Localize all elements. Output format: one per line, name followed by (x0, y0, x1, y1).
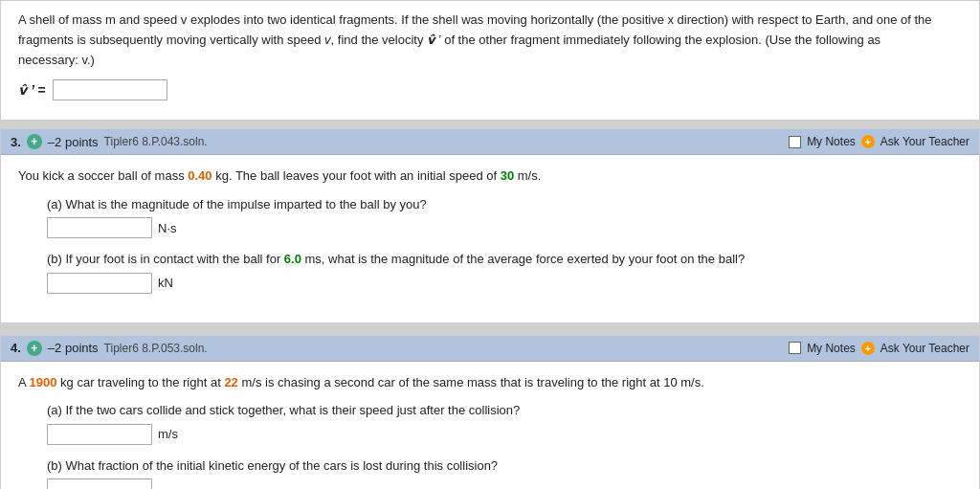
q3-part-a-text: (a) What is the magnitude of the impulse… (47, 195, 962, 214)
question-4-problem-id: Tipler6 8.P.053.soln. (104, 342, 208, 355)
question-4-part-b: (b) What fraction of the initial kinetic… (47, 456, 962, 489)
question-3-number: 3. (11, 135, 21, 149)
ask-teacher-button-4[interactable]: Ask Your Teacher (880, 342, 969, 355)
question-3-content: You kick a soccer ball of mass 0.40 kg. … (1, 155, 979, 322)
question-3-part-a: (a) What is the magnitude of the impulse… (47, 195, 962, 239)
question-3-text: You kick a soccer ball of mass 0.40 kg. … (18, 167, 962, 186)
q3-part-b-input[interactable] (47, 273, 152, 294)
question-3-plus-icon[interactable]: + (27, 134, 42, 149)
q4-part-b-input-row (47, 478, 962, 489)
notes-button-4[interactable]: My Notes (807, 342, 856, 355)
question-4-content: A 1900 kg car traveling to the right at … (1, 362, 979, 489)
ask-teacher-plus-icon-4: + (861, 342, 875, 355)
partial-question-text: A shell of mass m and speed v explodes i… (18, 11, 962, 70)
question-3-header-left: 3. + –2 points Tipler6 8.P.043.soln. (11, 134, 208, 149)
ask-teacher-button-3[interactable]: Ask Your Teacher (880, 135, 969, 148)
q3-part-b-text: (b) If your foot is in contact with the … (47, 250, 962, 269)
q4-part-a-input[interactable] (47, 424, 152, 445)
question-4-number: 4. (11, 341, 21, 355)
question-4-header: 4. + –2 points Tipler6 8.P.053.soln. My … (1, 336, 979, 362)
q3-part-a-input-row: N·s (47, 217, 962, 238)
vec-label: v̂ ’ = (18, 82, 45, 98)
question-4-part-a: (a) If the two cars collide and stick to… (47, 401, 962, 445)
q4-speed-highlight: 22 (224, 375, 237, 389)
q4-part-a-input-row: m/s (47, 424, 962, 445)
question-3-block: 3. + –2 points Tipler6 8.P.043.soln. My … (0, 128, 980, 323)
q3-part-b-input-row: kN (47, 273, 962, 294)
question-4-block: 4. + –2 points Tipler6 8.P.053.soln. My … (0, 335, 980, 489)
partial-line3: necessary: v.) (18, 53, 95, 67)
question-4-plus-icon[interactable]: + (27, 341, 42, 356)
notes-checkbox-4[interactable] (789, 342, 801, 354)
question-4-header-left: 4. + –2 points Tipler6 8.P.053.soln. (11, 341, 208, 356)
partial-line2: fragments is subsequently moving vertica… (18, 33, 880, 47)
partial-line1: A shell of mass m and speed v explodes i… (18, 12, 932, 27)
question-3-points: –2 points (48, 135, 99, 149)
q4-part-b-text: (b) What fraction of the initial kinetic… (47, 456, 962, 476)
question-4-text: A 1900 kg car traveling to the right at … (18, 373, 962, 392)
notes-button-3[interactable]: My Notes (807, 135, 856, 148)
page-wrapper: A shell of mass m and speed v explodes i… (0, 0, 980, 489)
notes-checkbox-3[interactable] (789, 136, 801, 148)
q4-part-a-text: (a) If the two cars collide and stick to… (47, 401, 962, 420)
q4-mass-highlight: 1900 (30, 375, 57, 389)
question-3-header: 3. + –2 points Tipler6 8.P.043.soln. My … (1, 129, 979, 155)
q4-part-a-unit: m/s (158, 427, 178, 441)
q3-part-a-input[interactable] (47, 217, 152, 238)
question-3-problem-id: Tipler6 8.P.043.soln. (104, 135, 208, 148)
question-3-header-right: My Notes + Ask Your Teacher (789, 135, 969, 148)
q3-part-a-unit: N·s (158, 221, 177, 235)
q3-time-highlight: 6.0 (284, 252, 301, 266)
question-3-part-b: (b) If your foot is in contact with the … (47, 250, 962, 294)
question-4-header-right: My Notes + Ask Your Teacher (789, 342, 969, 355)
q3-part-b-unit: kN (158, 276, 173, 290)
q3-mass-highlight: 0.40 (188, 168, 212, 183)
ask-teacher-plus-icon-3: + (861, 135, 875, 148)
vec-answer-input[interactable] (53, 79, 167, 100)
q4-part-b-input[interactable] (47, 478, 152, 489)
question-4-points: –2 points (48, 341, 99, 355)
partial-question-block: A shell of mass m and speed v explodes i… (0, 0, 980, 121)
q3-speed-highlight: 30 (501, 168, 514, 183)
vec-equation-row: v̂ ’ = (18, 79, 962, 100)
